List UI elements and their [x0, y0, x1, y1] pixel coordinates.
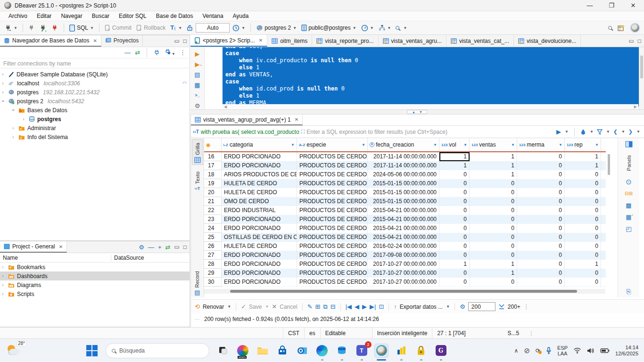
azure-data-studio-button[interactable] [335, 344, 349, 358]
column-filter-icon[interactable]: ▼ [433, 143, 437, 147]
cell-merma[interactable]: 0 [517, 278, 565, 287]
close-tab-icon[interactable]: ✕ [259, 38, 263, 43]
first-row-icon[interactable]: |◀ [346, 304, 352, 310]
row-number-cell[interactable]: 19 [204, 179, 222, 188]
table-row[interactable]: 29 ERDO PORCIONADO PRODUCTOS DE CERDO 20… [204, 269, 606, 278]
toggle-panel-layout-icon[interactable]: ⎘ [626, 288, 631, 295]
cell-rep[interactable]: 1 [565, 260, 601, 269]
cell-vol[interactable]: 0 [439, 206, 470, 215]
editor-vertical-scrollbar[interactable] [639, 47, 644, 109]
cell-categoria[interactable]: ERDO PORCIONADO [222, 278, 297, 287]
explain-plan-icon[interactable]: ▦ [194, 82, 200, 88]
column-header-rep[interactable]: 123rep▼ [565, 138, 601, 151]
g-app-button[interactable]: G [434, 344, 448, 358]
minimize-button[interactable]: — [579, 0, 601, 11]
filter-funnel-icon[interactable] [597, 129, 603, 135]
tree-item-postgres-db[interactable]: › postgres [0, 115, 190, 123]
cell-vol[interactable]: 0 [439, 197, 470, 206]
tab-vista-ventas-cat[interactable]: vista_ventas_cat_... [446, 35, 514, 47]
cell-vol[interactable]: 0 [439, 224, 470, 233]
menu-navegar[interactable]: Navegar [56, 12, 87, 20]
splitter-grip[interactable]: ▲▼ [407, 110, 428, 114]
filter-history-dropdown[interactable]: ▼ [565, 130, 569, 134]
cell-categoria[interactable]: HULETA DE CERDO [222, 179, 297, 188]
cell-ventas[interactable]: 1 [470, 260, 517, 269]
row-number-cell[interactable]: 21 [204, 197, 222, 206]
cell-especie[interactable]: PRODUCTOS DE CERDO [297, 278, 368, 287]
cell-merma[interactable]: 0 [517, 242, 565, 251]
tab-project-general[interactable]: Project - General ✕ [0, 241, 67, 253]
cell-merma[interactable]: 0 [517, 152, 565, 161]
fetch-settings-gear-icon[interactable]: ⚙ [460, 304, 465, 310]
table-row[interactable]: 18 ARIOS PRODUCTOS DE CERDO PRODUCTOS DE… [204, 170, 606, 179]
cell-fecha-creacion[interactable]: 2015-04-21 00:00:00.000 [368, 233, 439, 242]
cell-merma[interactable]: 0 [517, 233, 565, 242]
cell-categoria[interactable]: ERDO PORCIONADO [222, 152, 297, 161]
cell-fecha-creacion[interactable]: 2015-04-21 00:00:00.000 [368, 224, 439, 233]
tree-item-postgres-2[interactable]: › postgres 2 localhost:5432 [0, 97, 190, 106]
sync-icon[interactable]: ⟳ [536, 347, 540, 354]
cell-rep[interactable]: 0 [565, 170, 601, 179]
cell-categoria[interactable]: OMO DE CERDO [222, 197, 297, 206]
delete-row-icon[interactable]: ⊟ [330, 304, 336, 310]
transaction-mode-button[interactable]: T⡇ ▼ [168, 24, 184, 33]
file-explorer-button[interactable] [256, 344, 270, 358]
renovar-dropdown[interactable]: ▼ [227, 304, 231, 309]
tab-sql-script[interactable]: <postgres 2> Scrip...✕ [190, 35, 267, 47]
table-row[interactable]: 23 ERDO PORCIONADO PRODUCTOS DE CERDO 20… [204, 215, 606, 224]
cell-vol[interactable]: 0 [439, 170, 470, 179]
collapse-all-icon[interactable]: — [148, 244, 154, 250]
tab-vista-reporte[interactable]: vista_reporte_pro... [312, 35, 378, 47]
cell-fecha-creacion[interactable]: 2015-01-15 00:00:00.000 [368, 197, 439, 206]
presentation-texto-tab[interactable]: Texto ‹›T [195, 170, 200, 192]
cell-rep[interactable]: 0 [565, 188, 601, 197]
renovar-button[interactable]: Renovar [203, 304, 224, 310]
status-locale[interactable]: es [304, 328, 320, 338]
tree-item-postgres[interactable]: › postgres 192.168.102.221:5432 [0, 88, 190, 97]
disconnect-button[interactable] [50, 24, 60, 33]
record-mode-toggle[interactable]: Record ▤ [194, 269, 200, 297]
search-menu-button[interactable]: ▼ [394, 25, 409, 31]
table-row[interactable]: 28 ERDO PORCIONADO PRODUCTOS DE CERDO 20… [204, 260, 606, 269]
cell-vol[interactable]: 0 [439, 179, 470, 188]
execute-new-tab-icon[interactable]: ▶+ [195, 61, 200, 67]
column-filter-icon[interactable]: ▼ [291, 143, 295, 147]
cell-vol[interactable]: 0 [439, 188, 470, 197]
cell-fecha-creacion[interactable]: 2015-01-15 00:00:00.000 [368, 179, 439, 188]
row-number-cell[interactable]: 23 [204, 215, 222, 224]
cell-rep[interactable]: 0 [565, 206, 601, 215]
grid-horizontal-scrollbar[interactable] [204, 289, 605, 294]
cell-ventas[interactable]: 0 [470, 224, 517, 233]
cell-merma[interactable]: 0 [517, 206, 565, 215]
cell-rep[interactable]: 0 [565, 215, 601, 224]
row-number-cell[interactable]: 22 [204, 206, 222, 215]
column-filter-icon[interactable]: ▼ [362, 143, 365, 147]
collapse-all-icon[interactable]: — [124, 49, 131, 56]
row-number-header[interactable]: ◉ [204, 138, 222, 151]
user-avatar[interactable] [631, 24, 639, 32]
sql-editor-button[interactable]: SQL▼ [67, 24, 96, 33]
table-row[interactable]: 21 OMO DE CERDO PRODUCTOS DE CERDO 2015-… [204, 197, 606, 206]
table-row[interactable]: 19 HULETA DE CERDO PRODUCTOS DE CERDO 20… [204, 179, 606, 188]
menu-ayuda[interactable]: Ayuda [228, 12, 254, 20]
cell-especie[interactable]: PRODUCTOS DE CERDO [297, 170, 368, 179]
cell-merma[interactable]: 0 [517, 197, 565, 206]
editor-settings-gear-icon[interactable]: ⚙ [195, 103, 200, 109]
nav-forward-icon[interactable]: ❯ [628, 129, 633, 135]
previous-row-icon[interactable]: ◀ [355, 304, 359, 310]
cell-especie[interactable]: PRODUCTOS DE CERDO [297, 188, 368, 197]
menu-archivo[interactable]: Archivo [4, 12, 32, 20]
cell-categoria[interactable]: HULETA DE CERDO [222, 188, 297, 197]
battery-icon[interactable] [600, 348, 610, 354]
status-overflow-icon[interactable]: ⋮ [524, 328, 539, 338]
cell-especie[interactable]: PRODUCTOS DE CERDO [297, 269, 368, 278]
references-panel-icon[interactable]: ◰ [626, 226, 631, 232]
ms-store-button[interactable] [275, 344, 289, 358]
status-caret-position[interactable]: 27 : 1 [704] [432, 328, 488, 338]
cell-fecha-creacion[interactable]: 2017-10-27 00:00:00.000 [368, 260, 439, 269]
add-row-icon[interactable]: ⊞ [315, 304, 321, 310]
cell-ventas[interactable]: 0 [470, 215, 517, 224]
tab-vista-ventas-agru[interactable]: vista_ventas_agru... [379, 35, 446, 47]
cell-categoria[interactable]: ARIOS PRODUCTOS DE CERDO [222, 170, 297, 179]
connect-plug-icon[interactable] [154, 49, 160, 56]
